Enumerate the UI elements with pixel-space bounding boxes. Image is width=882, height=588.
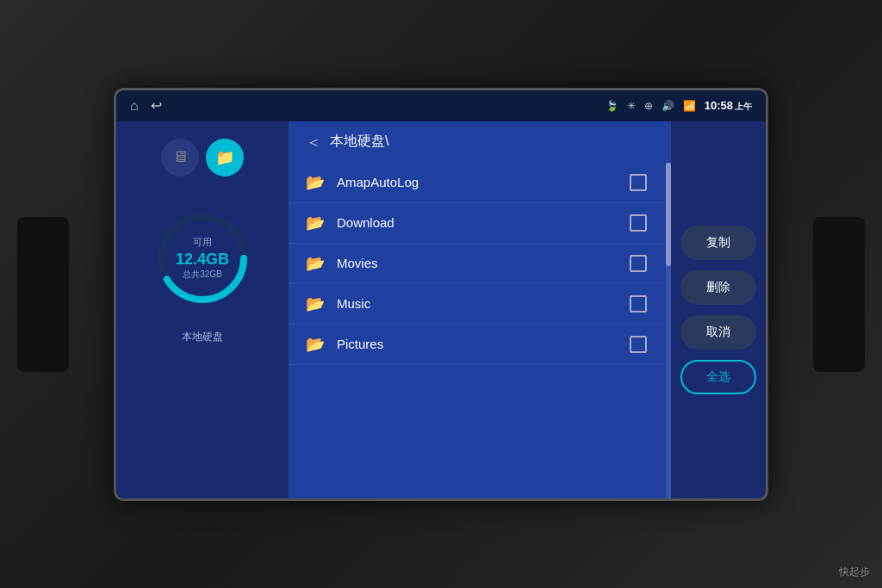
- folder-icon-3: 📂: [306, 294, 325, 313]
- file-panel: ＜ 本地硬盘\ 📂 AmapAutoLog 📂 Download: [289, 121, 671, 498]
- vent-left: [17, 217, 69, 372]
- vent-right: [813, 217, 865, 372]
- status-bar-right: 🍃 ✳ ⊕ 🔊 📶 10:58上午: [606, 99, 752, 113]
- folder-icon-0: 📂: [306, 173, 325, 192]
- back-icon[interactable]: ↩: [151, 97, 162, 114]
- leaf-icon: 🍃: [606, 100, 618, 112]
- file-list: 📂 AmapAutoLog 📂 Download 📂 Movies: [289, 163, 671, 498]
- file-checkbox-4[interactable]: [630, 336, 647, 353]
- scrollbar-track: [666, 163, 671, 498]
- file-name-0: AmapAutoLog: [337, 175, 630, 189]
- copy-button[interactable]: 复制: [680, 226, 756, 260]
- storage-name: 本地硬盘: [182, 330, 223, 344]
- file-name-1: Download: [337, 215, 630, 230]
- delete-button[interactable]: 删除: [680, 270, 756, 305]
- file-name-4: Pictures: [337, 337, 630, 351]
- file-checkbox-2[interactable]: [630, 255, 647, 272]
- car-background: ⌂ ↩ 🍃 ✳ ⊕ 🔊 📶 10:58上午 🖥: [0, 0, 882, 588]
- file-checkbox-0[interactable]: [630, 174, 647, 191]
- file-row[interactable]: 📂 Download: [289, 203, 664, 244]
- file-name-2: Movies: [337, 256, 630, 270]
- hdd-icon: 🖥: [172, 148, 188, 166]
- file-row[interactable]: 📂 AmapAutoLog: [289, 163, 664, 203]
- folder-nav-btn[interactable]: 📁: [206, 139, 244, 176]
- back-button[interactable]: ＜: [306, 132, 321, 152]
- file-row[interactable]: 📂 Movies: [289, 244, 664, 284]
- main-content: 🖥 📁 可用 12.4GB 总共32GB: [116, 121, 766, 498]
- status-time: 10:58上午: [705, 99, 752, 113]
- select-all-button[interactable]: 全选: [680, 360, 756, 394]
- signal-icon: 📶: [683, 100, 696, 112]
- cancel-button[interactable]: 取消: [680, 315, 756, 350]
- folder-icon-2: 📂: [306, 254, 325, 273]
- folder-icon-nav: 📁: [215, 148, 234, 167]
- storage-size-value: 12.4GB: [176, 251, 229, 269]
- file-checkbox-1[interactable]: [630, 214, 647, 232]
- location-icon: ⊕: [644, 100, 653, 112]
- folder-icon-1: 📂: [306, 214, 325, 232]
- volume-icon: 🔊: [662, 100, 674, 112]
- status-bar-left: ⌂ ↩: [130, 97, 162, 114]
- storage-nav-btn[interactable]: 🖥: [161, 139, 199, 176]
- file-row[interactable]: 📂 Music: [289, 284, 664, 325]
- bluetooth-icon: ✳: [627, 100, 636, 112]
- action-panel: 复制 删除 取消 全选: [671, 121, 766, 498]
- watermark: 快起步: [839, 565, 870, 579]
- file-row[interactable]: 📂 Pictures: [289, 325, 664, 365]
- storage-total-label: 总共32GB: [176, 269, 229, 281]
- file-header: ＜ 本地硬盘\: [289, 121, 671, 163]
- car-screen: ⌂ ↩ 🍃 ✳ ⊕ 🔊 📶 10:58上午 🖥: [114, 88, 768, 501]
- path-title: 本地硬盘\: [330, 133, 388, 151]
- file-checkbox-3[interactable]: [630, 295, 647, 313]
- scrollbar-thumb: [666, 163, 671, 266]
- status-bar: ⌂ ↩ 🍃 ✳ ⊕ 🔊 📶 10:58上午: [116, 90, 766, 121]
- home-icon[interactable]: ⌂: [130, 98, 139, 114]
- storage-info: 可用 12.4GB 总共32GB: [176, 236, 229, 281]
- storage-available-label: 可用: [176, 236, 229, 249]
- sidebar: 🖥 📁 可用 12.4GB 总共32GB: [116, 121, 289, 498]
- storage-circle: 可用 12.4GB 总共32GB: [155, 211, 250, 306]
- folder-icon-4: 📂: [306, 335, 325, 354]
- file-name-3: Music: [337, 296, 630, 311]
- file-list-inner: 📂 AmapAutoLog 📂 Download 📂 Movies: [289, 163, 671, 365]
- nav-icons: 🖥 📁: [161, 139, 244, 176]
